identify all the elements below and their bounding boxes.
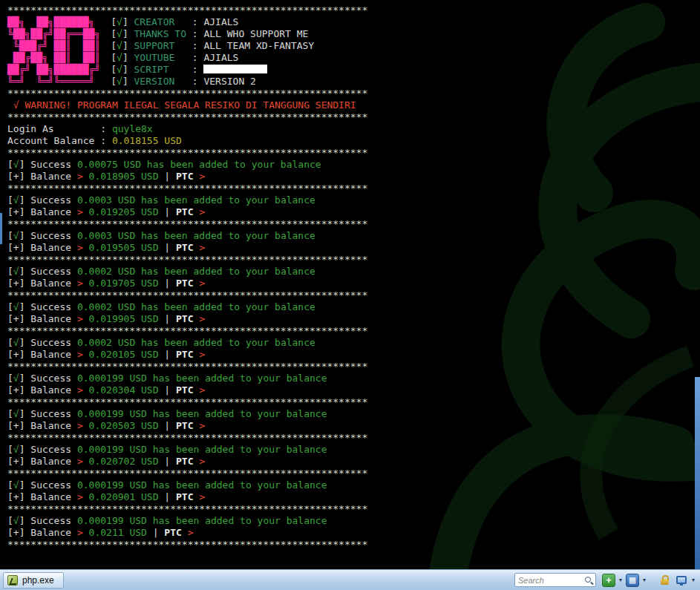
login-label: Login As <box>7 123 100 135</box>
check-icon: √ <box>13 337 19 348</box>
info-panel: [√] CREATOR: AJIALS [√] THANKS TO: ALL W… <box>111 16 314 88</box>
separator-line: ****************************************… <box>7 254 700 266</box>
success-line: [√] Success 0.000199 USD has been added … <box>7 479 700 491</box>
check-icon: √ <box>13 266 19 277</box>
success-word: Success <box>30 301 71 312</box>
plus-sign: + <box>13 456 19 467</box>
balance-line: [+] Balance > 0.0211 USD | PTC > <box>7 527 700 539</box>
info-label: SCRIPT <box>134 64 192 76</box>
bracket: ] <box>19 384 25 396</box>
lock-button[interactable] <box>658 574 672 587</box>
terminal-output: ****************************************… <box>7 4 700 569</box>
balance-word: Balance <box>30 527 71 538</box>
arrow: > <box>77 242 83 253</box>
arrow: > <box>77 384 83 396</box>
plus-sign: + <box>13 278 19 289</box>
bracket: [ <box>111 64 117 75</box>
arrow: > <box>77 420 83 431</box>
grid-icon: ▦ <box>629 576 636 584</box>
arrow: > <box>77 527 83 538</box>
balance-word: Balance <box>30 171 71 182</box>
separator-line: ****************************************… <box>7 147 700 159</box>
balance-amount: 0.020702 USD <box>89 456 159 467</box>
taskbar-toolbar: + ▾ ▦ ▾ ▾ <box>514 573 696 587</box>
success-text: has been added to your balance <box>141 266 315 277</box>
balance-word: Balance <box>30 491 71 502</box>
arrow: > <box>199 491 205 502</box>
balance-line: [+] Balance > 0.020702 USD | PTC > <box>7 456 700 468</box>
bracket: ] <box>19 337 25 348</box>
dropdown-caret[interactable]: ▾ <box>642 574 647 586</box>
dropdown-caret[interactable]: ▾ <box>691 574 696 586</box>
pipe: | <box>153 527 159 538</box>
success-word: Success <box>30 159 71 170</box>
add-button[interactable]: + <box>602 574 615 587</box>
bracket: ] <box>122 52 128 63</box>
plus-sign: + <box>13 206 19 217</box>
login-value: quyle8x <box>112 123 153 134</box>
check-icon: √ <box>13 515 19 526</box>
separator-line: ****************************************… <box>7 503 700 515</box>
bracket: ] <box>19 349 25 360</box>
success-word: Success <box>30 230 71 241</box>
dropdown-caret[interactable]: ▾ <box>618 574 623 586</box>
arrow: > <box>77 456 83 467</box>
pipe: | <box>164 278 170 289</box>
success-text: has been added to your balance <box>141 230 315 241</box>
success-line: [√] Success 0.0002 USD has been added to… <box>7 337 700 349</box>
separator-line: ****************************************… <box>7 289 700 301</box>
bracket: ] <box>19 301 25 312</box>
bracket: ] <box>19 278 25 289</box>
success-text: has been added to your balance <box>141 337 315 348</box>
balance-line: [+] Balance > 0.019905 USD | PTC > <box>7 313 700 325</box>
plus-sign: + <box>13 242 19 253</box>
check-icon: √ <box>117 76 122 87</box>
plus-sign: + <box>13 384 19 396</box>
bracket: [ <box>7 515 13 526</box>
separator-line: ****************************************… <box>7 111 700 123</box>
balance-word: Balance <box>30 384 71 396</box>
taskbar-php-button[interactable]: php.exe <box>3 572 64 589</box>
added-amount: 0.0002 USD <box>77 337 135 348</box>
success-text: has been added to your balance <box>153 408 327 419</box>
bracket: [ <box>7 349 13 360</box>
info-value: AJIALS <box>203 52 238 63</box>
success-text: has been added to your balance <box>153 444 327 455</box>
ptc-label: PTC <box>176 206 193 217</box>
search-input[interactable] <box>518 576 583 585</box>
check-icon: √ <box>13 479 19 491</box>
added-amount: 0.0002 USD <box>77 301 135 312</box>
success-text: has been added to your balance <box>141 301 315 312</box>
bracket: [ <box>7 301 13 312</box>
success-text: has been added to your balance <box>153 479 327 491</box>
balance-line: [+] Balance > 0.020901 USD | PTC > <box>7 491 700 503</box>
separator-line: ****************************************… <box>7 432 700 444</box>
success-word: Success <box>30 444 71 455</box>
account-balance-value: 0.018155 USD <box>112 135 182 146</box>
search-icon[interactable] <box>583 575 594 586</box>
arrow: > <box>77 349 83 360</box>
pipe: | <box>164 456 170 467</box>
bracket: [ <box>7 456 13 467</box>
balance-word: Balance <box>30 313 71 324</box>
bracket: ] <box>19 444 25 455</box>
plus-sign: + <box>13 171 19 182</box>
arrow: > <box>77 313 83 324</box>
pipe: | <box>164 384 170 396</box>
layout-button[interactable]: ▦ <box>626 574 639 587</box>
bracket: [ <box>7 337 13 348</box>
bracket: [ <box>7 408 13 419</box>
bracket: [ <box>111 52 117 63</box>
ptc-label: PTC <box>176 349 193 360</box>
balance-amount: 0.020105 USD <box>89 349 159 360</box>
pipe: | <box>164 242 170 253</box>
pipe: | <box>164 313 170 324</box>
info-label: SUPPORT <box>134 40 192 52</box>
bracket: ] <box>19 313 25 324</box>
balance-amount: 0.018905 USD <box>89 171 159 182</box>
bracket: ] <box>19 527 25 538</box>
monitor-button[interactable] <box>675 574 688 587</box>
success-line: [√] Success 0.000199 USD has been added … <box>7 444 700 456</box>
bracket: [ <box>7 420 13 431</box>
warning-line: √ WARNING! PROGRAM ILEGAL SEGALA RESIKO … <box>7 99 700 111</box>
